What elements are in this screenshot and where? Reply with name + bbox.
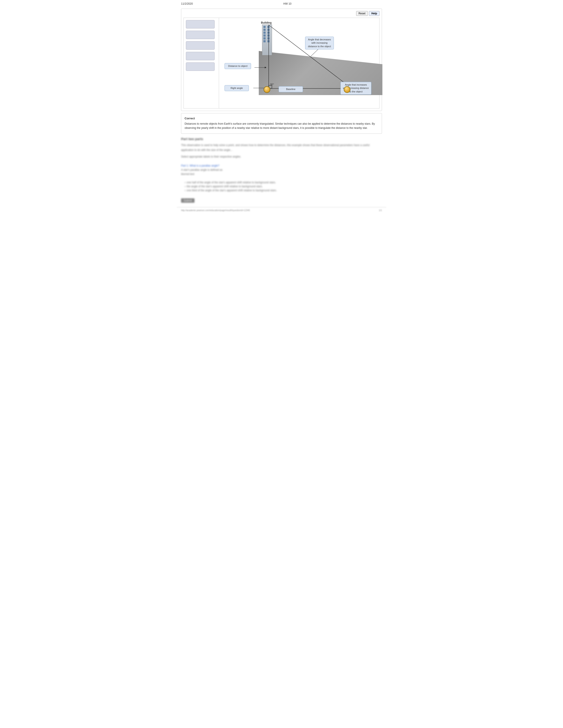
correct-title: Correct [184, 117, 379, 120]
header-date: 11/2/2020 [181, 2, 193, 5]
baseline-label[interactable]: Baseline [278, 86, 303, 92]
blurred-link: Part 1: What is a parallax angle? [181, 164, 382, 167]
drag-item-4[interactable] [186, 52, 214, 60]
blurred-instruction: Select appropriate labels to their respe… [181, 154, 382, 159]
header-title: HW 10 [193, 2, 382, 5]
blurred-option-3: ○ one third of the angle of the star's a… [184, 189, 382, 192]
blurred-title: Part two parts [181, 137, 382, 141]
top-buttons-bar: Reset Help [183, 11, 380, 16]
left-panel [184, 18, 219, 108]
main-container: Reset Help [181, 9, 382, 111]
page-header: 11/2/2020 HW 10 [177, 0, 386, 8]
drag-item-2[interactable] [186, 31, 214, 39]
drag-item-3[interactable] [186, 41, 214, 50]
help-button[interactable]: Help [369, 11, 380, 16]
drag-item-5[interactable] [186, 62, 214, 71]
blurred-submit-button[interactable]: Submit [181, 198, 194, 203]
blurred-option-2: ○ the angle of the star's apparent shift… [184, 185, 382, 188]
distance-to-object-label[interactable]: Distance to object [224, 63, 251, 69]
angle-decreases-label[interactable]: Angle that decreases with increasing dis… [305, 37, 334, 49]
svg-marker-5 [265, 67, 266, 68]
blurred-section: Part two parts This observation is used … [181, 137, 382, 203]
reset-button[interactable]: Reset [356, 11, 368, 16]
diagram-area: Building [221, 20, 377, 106]
angle-90-label: 90° [270, 83, 274, 86]
correct-section: Correct Distances to remote objects from… [181, 113, 382, 134]
blurred-answer-value: blurred text [181, 173, 382, 176]
figure-b [344, 86, 351, 93]
blurred-description: This observation is used to help solve a… [181, 143, 382, 152]
page-footer: http://academic.pearson.com/education/pa… [177, 207, 386, 213]
figure-a [263, 86, 270, 93]
blurred-answer-intro: A star's parallax angle is defined as [181, 168, 382, 171]
correct-text: Distances to remote objects from Earth's… [184, 122, 379, 130]
right-angle-label[interactable]: Right angle [224, 85, 249, 91]
footer-right: 1/1 [379, 209, 382, 212]
right-panel: Building [219, 18, 379, 108]
drag-item-1[interactable] [186, 20, 214, 28]
blurred-option-1: ○ one half of the angle of the star's ap… [184, 181, 382, 184]
svg-line-2 [269, 25, 352, 88]
footer-left: http://academic.pearson.com/education/pa… [181, 209, 250, 212]
diagram-container: Building [183, 18, 380, 109]
